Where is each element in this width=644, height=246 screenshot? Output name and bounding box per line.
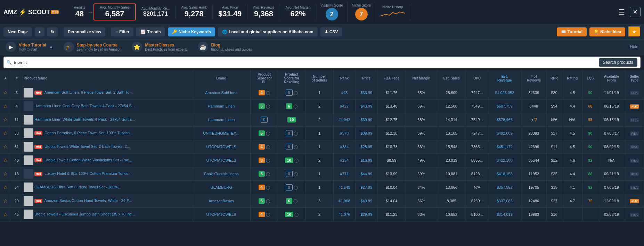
dropdown-arrow-button[interactable]: ▲ xyxy=(35,27,44,36)
row-upc: 7549... xyxy=(466,100,488,113)
product-image xyxy=(24,169,33,179)
search-button[interactable]: Search products xyxy=(599,58,637,67)
star-cell[interactable]: ☆ xyxy=(0,194,11,208)
product-image xyxy=(24,101,33,111)
row-rpr: $11 xyxy=(546,140,562,154)
row-score-pl: 4 ◯ xyxy=(251,140,278,154)
tutorial-button[interactable]: 📖 Tutorial xyxy=(557,27,587,36)
product-name[interactable]: Utopia Towels - Luxurious Jumbo Bath She… xyxy=(34,212,135,216)
hide-button[interactable]: Hide xyxy=(630,44,638,49)
star-cell[interactable]: ☆ xyxy=(0,208,11,221)
stats-bar: AMZ ⚡ SCOUT PRO Results 48 → Avg. Monthl… xyxy=(0,0,644,24)
col-seller-type: SellerType xyxy=(625,70,644,86)
video-icon: ▶ xyxy=(6,42,16,52)
filter-icon: ≡ xyxy=(115,29,118,34)
row-product: Hot Utopia Towels White Towel Set, 2 Bat… xyxy=(22,140,192,154)
stat-avg-monthly-sales: Avg. Monthly Sales 6,587 xyxy=(93,3,136,20)
toolbar: Next Page ▲ ↻ Personalize view ≡ Filter … xyxy=(0,24,644,40)
row-seller-type: FBA xyxy=(625,208,644,221)
menu-button[interactable]: ☰ xyxy=(616,7,628,18)
row-seller-type: FBA xyxy=(625,113,644,127)
star-button[interactable]: ★ xyxy=(628,26,641,37)
row-brand[interactable]: UTOPIATOWELS xyxy=(192,140,251,154)
row-net-margin: 64% xyxy=(406,181,437,194)
star-cell[interactable]: ☆ xyxy=(0,86,11,100)
row-fba-fees: $13.99 xyxy=(377,167,406,181)
star-cell[interactable]: ☆ xyxy=(0,154,11,167)
star-cell[interactable]: ☆ xyxy=(0,181,11,194)
row-rank: #45 xyxy=(333,86,355,100)
row-price: $43.99 xyxy=(356,100,377,113)
row-brand[interactable]: UTOPIATOWELS xyxy=(192,208,251,221)
seller-type-badge: FBA xyxy=(630,118,639,122)
row-product: Hammam Linen White Bath Towels 4-Pack - … xyxy=(22,113,192,127)
seller-type-badge: AMZ xyxy=(630,104,639,109)
next-page-button[interactable]: Next Page xyxy=(3,27,32,36)
row-upc: 7247... xyxy=(466,127,488,140)
star-cell[interactable]: ☆ xyxy=(0,167,11,181)
seller-type-badge: FBA xyxy=(630,159,639,163)
product-name[interactable]: Utopia Towels Cotton White Washcloths Se… xyxy=(44,158,132,162)
row-est-revenue: $418,158 xyxy=(488,167,521,181)
row-brand[interactable]: AmazonBasics xyxy=(192,194,251,208)
niche-history-block: Niche History xyxy=(375,4,410,20)
row-brand[interactable]: ChakirTurkishLinens xyxy=(192,167,251,181)
row-available-from: 06/15/19 xyxy=(598,113,625,127)
product-name[interactable]: American Soft Linen, 6 Piece Towel Set, … xyxy=(44,90,133,94)
refresh-button[interactable]: ↻ xyxy=(47,27,58,36)
stat-avg-net-margin: Avg. Net Margin 62% xyxy=(280,4,317,20)
row-sellers: 1 xyxy=(305,140,333,154)
row-seller-type: AMZ xyxy=(625,100,644,113)
row-brand[interactable]: GLAMBURG xyxy=(192,181,251,194)
tutorial-course[interactable]: 🎓 Step-by-step Course Learn how to sell … xyxy=(64,42,121,52)
row-num: 45 xyxy=(11,208,22,221)
product-name[interactable]: GLAMBURG Ultra Soft 8 Piece Towel Set - … xyxy=(34,185,121,189)
product-name[interactable]: Cotton Paradise, 6 Piece Towel Set, 100%… xyxy=(44,131,133,135)
question-icon: ? xyxy=(533,117,537,122)
highlight-arrow: → xyxy=(87,8,93,16)
row-brand[interactable]: Hammam Linen xyxy=(192,100,251,113)
csv-button[interactable]: ⬇ CSV xyxy=(320,27,342,36)
product-name[interactable]: Luxury Hotel & Spa 100% Cotton Premium T… xyxy=(44,171,131,176)
row-score-resell: 6 ◯ xyxy=(278,194,305,208)
close-button[interactable]: ✕ xyxy=(630,7,641,17)
row-score-pl: 5 ◯ xyxy=(251,167,278,181)
product-name[interactable]: Amazon Basics Cotton Hand Towels, White … xyxy=(44,198,132,203)
search-input[interactable] xyxy=(14,60,599,65)
row-product: Hot Cotton Paradise, 6 Piece Towel Set, … xyxy=(22,127,192,140)
row-brand[interactable]: AmericanSoftLinen xyxy=(192,86,251,100)
row-brand[interactable]: UNITEDHOMETEX... xyxy=(192,127,251,140)
product-name[interactable]: Hammam Linen White Bath Towels 4-Pack - … xyxy=(34,117,135,121)
product-name[interactable]: Utopia Towels White Towel Set, 2 Bath To… xyxy=(44,144,130,149)
course-icon: 🎓 xyxy=(64,42,74,52)
trends-button[interactable]: 📈 Trends xyxy=(136,27,165,36)
row-est-sales: 8,385 xyxy=(437,194,466,208)
row-est-revenue: $451,172 xyxy=(488,140,521,154)
row-seller-type: FBA xyxy=(625,86,644,100)
row-sellers: 1 xyxy=(305,127,333,140)
row-price: $39.99 xyxy=(356,113,377,127)
row-score-pl: 3 ◯ xyxy=(251,154,278,167)
row-fba-fees: $11.23 xyxy=(377,208,406,221)
personalize-button[interactable]: Personalize view xyxy=(64,27,105,36)
row-upc: 7365... xyxy=(466,140,488,154)
table-row: ☆ 4 Hammam Linen Cool Grey Bath Towels 4… xyxy=(0,100,644,113)
row-rpr: $35 xyxy=(546,167,562,181)
row-price: $44.99 xyxy=(356,167,377,181)
product-name[interactable]: Hammam Linen Cool Grey Bath Towels 4-Pac… xyxy=(34,104,135,108)
tutorial-blog[interactable]: ☕ Blog Insights, cases and guides xyxy=(198,42,252,52)
star-cell[interactable]: ☆ xyxy=(0,140,11,154)
niche-keywords-button[interactable]: 🔑 Niche Keywords xyxy=(168,27,215,36)
row-brand[interactable]: UTOPIATOWELS xyxy=(192,154,251,167)
alibaba-button[interactable]: 🌐 Local and global suppliers on Alibaba.… xyxy=(218,27,318,36)
star-cell[interactable]: ☆ xyxy=(0,113,11,127)
star-cell[interactable]: ☆ xyxy=(0,100,11,113)
filter-button[interactable]: ≡ Filter xyxy=(111,27,133,36)
tutorial-masterclass[interactable]: ⭐ MasterClasses Best Practices from expe… xyxy=(132,42,187,52)
search-icon: 🔍 xyxy=(7,60,12,65)
row-brand[interactable]: Hammam Linen xyxy=(192,113,251,127)
star-cell[interactable]: ☆ xyxy=(0,127,11,140)
tutorial-video[interactable]: ▶ Video Tutorial How to start ▲ xyxy=(6,42,53,52)
row-available-from: 08/02/15 xyxy=(598,140,625,154)
niche-idea-button[interactable]: 💡 Niche Idea xyxy=(589,27,625,36)
